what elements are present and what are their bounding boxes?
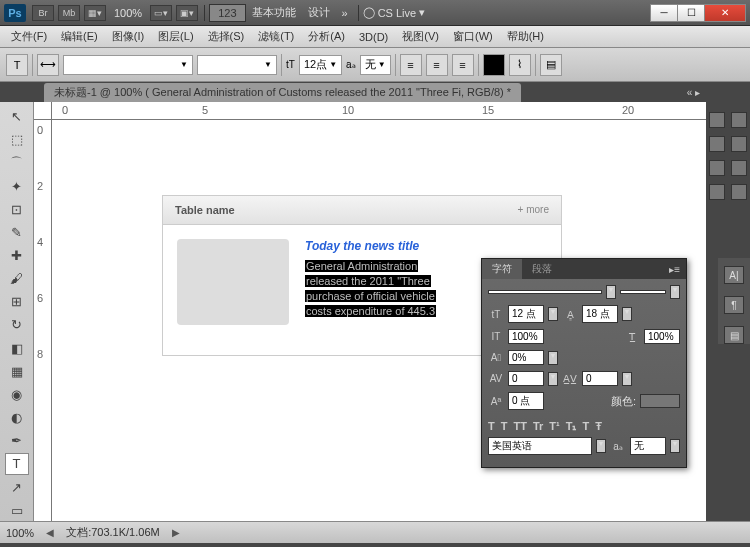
tab-character[interactable]: 字符 bbox=[482, 259, 522, 279]
style-caps[interactable]: TT bbox=[513, 420, 526, 433]
font-style-dropdown[interactable]: ▼ bbox=[197, 55, 277, 75]
arrow-right-icon[interactable]: ▶ bbox=[172, 527, 180, 538]
font-size-input[interactable]: 12 点 bbox=[508, 305, 544, 323]
type-tool[interactable]: T bbox=[5, 453, 29, 474]
paragraph-panel-icon[interactable]: ¶ bbox=[724, 296, 744, 314]
font-family-dropdown[interactable]: ▼ bbox=[63, 55, 193, 75]
menu-analyze[interactable]: 分析(A) bbox=[308, 29, 345, 44]
blur-tool[interactable]: ◉ bbox=[5, 384, 29, 405]
wand-tool[interactable]: ✦ bbox=[5, 175, 29, 196]
antialias-dropdown[interactable]: 无▼ bbox=[360, 55, 391, 75]
panel-icon[interactable] bbox=[731, 160, 747, 176]
menu-filter[interactable]: 滤镜(T) bbox=[258, 29, 294, 44]
menu-image[interactable]: 图像(I) bbox=[112, 29, 144, 44]
close-button[interactable]: ✕ bbox=[704, 4, 746, 22]
workspace-num[interactable]: 123 bbox=[209, 4, 245, 22]
font-style-input[interactable] bbox=[620, 290, 666, 294]
menu-window[interactable]: 窗口(W) bbox=[453, 29, 493, 44]
eraser-tool[interactable]: ◧ bbox=[5, 338, 29, 359]
kerning2-input[interactable]: 0 bbox=[582, 371, 618, 386]
language-dropdown[interactable]: 美国英语 bbox=[488, 437, 592, 455]
panel-icon[interactable] bbox=[709, 136, 725, 152]
dropdown-arrow-icon[interactable]: ▼ bbox=[670, 285, 680, 299]
layout-icon[interactable]: ▦▾ bbox=[84, 5, 106, 21]
panel-icon[interactable] bbox=[731, 136, 747, 152]
move-tool[interactable]: ↖ bbox=[5, 106, 29, 127]
shape-tool[interactable]: ▭ bbox=[5, 500, 29, 521]
menu-edit[interactable]: 编辑(E) bbox=[61, 29, 98, 44]
antialias-input[interactable]: 无 bbox=[630, 437, 666, 455]
gradient-tool[interactable]: ▦ bbox=[5, 361, 29, 382]
font-size-dropdown[interactable]: 12点▼ bbox=[299, 55, 342, 75]
align-left-icon[interactable]: ≡ bbox=[400, 54, 422, 76]
style-sub[interactable]: T₁ bbox=[566, 420, 577, 433]
panel-collapse-icon[interactable]: « ▸ bbox=[687, 87, 700, 98]
arrow-left-icon[interactable]: ◀ bbox=[46, 527, 54, 538]
workspace-basic[interactable]: 基本功能 bbox=[252, 5, 296, 20]
text-orientation-icon[interactable]: ⟷ bbox=[37, 54, 59, 76]
hand-icon[interactable]: ▭▾ bbox=[150, 5, 172, 21]
menu-select[interactable]: 选择(S) bbox=[208, 29, 245, 44]
hscale-input[interactable]: 100% bbox=[644, 329, 680, 344]
heal-tool[interactable]: ✚ bbox=[5, 245, 29, 266]
dropdown-arrow-icon[interactable]: ▼ bbox=[548, 372, 558, 386]
menu-file[interactable]: 文件(F) bbox=[11, 29, 47, 44]
menu-layer[interactable]: 图层(L) bbox=[158, 29, 193, 44]
brush-tool[interactable]: 🖌 bbox=[5, 268, 29, 289]
dropdown-arrow-icon[interactable]: ▼ bbox=[606, 285, 616, 299]
minibridge-icon[interactable]: Mb bbox=[58, 5, 80, 21]
more-link[interactable]: + more bbox=[518, 204, 549, 216]
panel-icon[interactable] bbox=[709, 184, 725, 200]
panel-icon[interactable] bbox=[709, 112, 725, 128]
menu-help[interactable]: 帮助(H) bbox=[507, 29, 544, 44]
dropdown-arrow-icon[interactable]: ▼ bbox=[548, 351, 558, 365]
style-bold[interactable]: T bbox=[488, 420, 495, 433]
tracking-input[interactable]: 0% bbox=[508, 350, 544, 365]
baseline-input[interactable]: 0 点 bbox=[508, 392, 544, 410]
align-center-icon[interactable]: ≡ bbox=[426, 54, 448, 76]
kerning-input[interactable]: 0 bbox=[508, 371, 544, 386]
workspace-design[interactable]: 设计 bbox=[308, 5, 330, 20]
style-underline[interactable]: T bbox=[582, 420, 589, 433]
style-smallcaps[interactable]: Tr bbox=[533, 420, 543, 433]
lasso-tool[interactable]: ⌒ bbox=[5, 152, 29, 173]
history-brush-tool[interactable]: ↻ bbox=[5, 314, 29, 335]
character-panel-icon[interactable]: A| bbox=[724, 266, 744, 284]
path-tool[interactable]: ↗ bbox=[5, 477, 29, 498]
pen-tool[interactable]: ✒ bbox=[5, 430, 29, 451]
document-tab[interactable]: 未标题-1 @ 100% ( General Administration of… bbox=[44, 83, 521, 102]
dropdown-arrow-icon[interactable]: ▼ bbox=[622, 372, 632, 386]
cslive-button[interactable]: ◯ CS Live ▾ bbox=[363, 6, 426, 19]
menu-view[interactable]: 视图(V) bbox=[402, 29, 439, 44]
tool-preset-icon[interactable]: T bbox=[6, 54, 28, 76]
dropdown-arrow-icon[interactable]: ▼ bbox=[596, 439, 606, 453]
style-strike[interactable]: Ŧ bbox=[595, 420, 602, 433]
panel-icon[interactable] bbox=[731, 112, 747, 128]
workspace-more[interactable]: » bbox=[342, 7, 348, 19]
tab-paragraph[interactable]: 段落 bbox=[522, 259, 562, 279]
text-color-swatch[interactable] bbox=[483, 54, 505, 76]
zoom-level[interactable]: 100% bbox=[114, 7, 142, 19]
news-body[interactable]: General Administration released the 2011… bbox=[305, 259, 436, 319]
font-family-input[interactable] bbox=[488, 290, 602, 294]
marquee-tool[interactable]: ⬚ bbox=[5, 129, 29, 150]
panel-menu-icon[interactable]: ▸≡ bbox=[663, 264, 686, 275]
crop-tool[interactable]: ⊡ bbox=[5, 199, 29, 220]
dodge-tool[interactable]: ◐ bbox=[5, 407, 29, 428]
dropdown-arrow-icon[interactable]: ▼ bbox=[622, 307, 632, 321]
panels-icon[interactable]: ▤ bbox=[540, 54, 562, 76]
warp-text-icon[interactable]: ⌇ bbox=[509, 54, 531, 76]
layers-panel-icon[interactable]: ▤ bbox=[724, 326, 744, 344]
style-super[interactable]: T¹ bbox=[549, 420, 559, 433]
vscale-input[interactable]: 100% bbox=[508, 329, 544, 344]
maximize-button[interactable]: ☐ bbox=[677, 4, 705, 22]
dropdown-arrow-icon[interactable]: ▼ bbox=[548, 307, 558, 321]
panel-icon[interactable] bbox=[731, 184, 747, 200]
align-right-icon[interactable]: ≡ bbox=[452, 54, 474, 76]
minimize-button[interactable]: ─ bbox=[650, 4, 678, 22]
eyedropper-tool[interactable]: ✎ bbox=[5, 222, 29, 243]
color-swatch[interactable] bbox=[640, 394, 680, 408]
character-panel[interactable]: 字符 段落 ▸≡ ▼ ▼ tT12 点▼ A͇18 点▼ IT100% T̲10… bbox=[481, 258, 687, 468]
screen-mode-icon[interactable]: ▣▾ bbox=[176, 5, 198, 21]
panel-icon[interactable] bbox=[709, 160, 725, 176]
